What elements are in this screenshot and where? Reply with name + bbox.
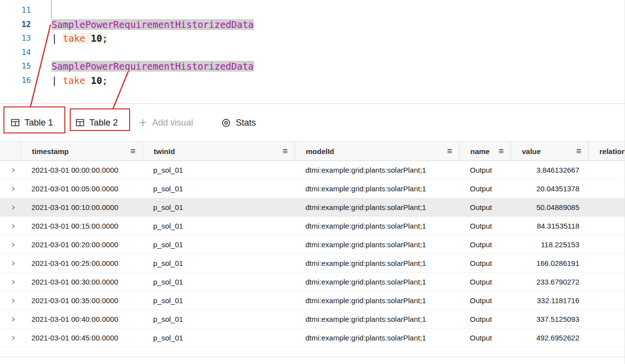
table-row[interactable]: 2021-03-01 00:25:00.0000 p_sol_01 dtmi:e…: [0, 254, 625, 273]
tab-table-1[interactable]: Table 1: [11, 118, 53, 128]
code-line-14: 14: [0, 46, 625, 60]
adx-query-results-pane: 11 12 SamplePowerRequirementHistorizedDa…: [0, 0, 625, 364]
row-expand-icon[interactable]: [9, 299, 14, 303]
cell-timestamp: 2021-03-01 00:45:00.0000: [21, 334, 142, 342]
cell-name: Output: [459, 296, 511, 305]
cell-model-id: dtmi:example:grid:plants:solarPlant;1: [295, 222, 459, 230]
cell-timestamp: 2021-03-01 00:40:00.0000: [21, 315, 142, 323]
row-expand-icon[interactable]: [9, 224, 14, 228]
cell-value: 50.04889085: [511, 203, 588, 211]
cell-value: 3.846132667: [511, 166, 588, 174]
table-row[interactable]: 2021-03-01 00:30:00.0000 p_sol_01 dtmi:e…: [0, 273, 625, 291]
row-expand-icon[interactable]: [9, 336, 14, 340]
cell-twin-id: p_sol_01: [142, 315, 295, 323]
column-menu-icon[interactable]: ≡: [576, 146, 581, 156]
cell-model-id: dtmi:example:grid:plants:solarPlant;1: [295, 259, 459, 267]
column-label: timestamp: [32, 147, 69, 156]
cell-value: 118.225153: [511, 240, 588, 249]
code-table-name: SamplePowerRequirementHistorizedData: [52, 61, 254, 72]
column-header-relation[interactable]: relation: [588, 142, 625, 160]
tab-label: Table 1: [25, 118, 53, 128]
cell-twin-id: p_sol_01: [142, 240, 295, 249]
cell-timestamp: 2021-03-01 00:05:00.0000: [21, 184, 142, 193]
cell-value: 492.6952622: [511, 334, 588, 342]
grid-header-row: timestamp ≡ twinId ≡ modelId ≡ name ≡ va…: [0, 141, 625, 161]
cell-twin-id: p_sol_01: [142, 278, 295, 286]
table-row[interactable]: 2021-03-01 00:15:00.0000 p_sol_01 dtmi:e…: [0, 217, 625, 235]
table-row[interactable]: 2021-03-01 00:00:00.0000 p_sol_01 dtmi:e…: [0, 161, 625, 180]
table-row-selected[interactable]: 2021-03-01 00:10:00.0000 p_sol_01 dtmi:e…: [0, 198, 625, 217]
header-expander-column: [0, 142, 21, 160]
column-menu-icon[interactable]: ≡: [447, 146, 452, 156]
code-line-11: 11: [0, 3, 625, 18]
cell-value: 84.31535118: [511, 222, 588, 230]
cell-timestamp: 2021-03-01 00:10:00.0000: [21, 203, 142, 211]
add-visual-button[interactable]: Add visual: [138, 118, 193, 128]
column-menu-icon[interactable]: ≡: [130, 146, 136, 156]
cell-name: Output: [459, 315, 511, 323]
cell-name: Output: [459, 166, 511, 174]
row-expand-icon[interactable]: [9, 206, 14, 209]
column-label: relation: [599, 147, 625, 156]
table-row[interactable]: 2021-03-01 00:05:00.0000 p_sol_01 dtmi:e…: [0, 180, 625, 198]
column-header-value[interactable]: value ≡: [511, 142, 588, 160]
table-row[interactable]: 2021-03-01 00:45:00.0000 p_sol_01 dtmi:e…: [0, 329, 625, 347]
line-number: 11: [0, 3, 31, 18]
table-row[interactable]: 2021-03-01 00:35:00.0000 p_sol_01 dtmi:e…: [0, 291, 625, 310]
code-table-name: SamplePowerRequirementHistorizedData: [52, 19, 254, 30]
code-semicolon: ;: [102, 33, 108, 44]
cell-value: 233.6790272: [511, 278, 588, 286]
cell-name: Output: [459, 259, 511, 267]
stats-icon: [221, 118, 231, 128]
line-number: 14: [0, 46, 31, 60]
cell-name: Output: [459, 240, 511, 249]
column-header-timestamp[interactable]: timestamp ≡: [21, 142, 142, 160]
cell-twin-id: p_sol_01: [142, 259, 295, 267]
cell-name: Output: [459, 334, 511, 342]
line-number: 16: [0, 74, 31, 88]
table-row[interactable]: 2021-03-01 00:20:00.0000 p_sol_01 dtmi:e…: [0, 235, 625, 254]
results-grid: timestamp ≡ twinId ≡ modelId ≡ name ≡ va…: [0, 141, 625, 347]
tab-stats[interactable]: Stats: [221, 118, 256, 128]
code-line-13: 13 | take 10;: [0, 31, 625, 46]
code-pipe: |: [52, 33, 63, 44]
cell-name: Output: [459, 203, 511, 211]
line-number-active: 12: [0, 18, 31, 32]
cell-timestamp: 2021-03-01 00:30:00.0000: [21, 278, 142, 286]
code-text: | take 10;: [52, 74, 108, 88]
cell-value: 332.1181716: [511, 296, 588, 305]
row-expand-icon[interactable]: [9, 261, 14, 265]
row-expand-icon[interactable]: [9, 243, 14, 247]
table-row[interactable]: 2021-03-01 00:40:00.0000 p_sol_01 dtmi:e…: [0, 310, 625, 329]
cell-twin-id: p_sol_01: [142, 222, 295, 230]
cell-timestamp: 2021-03-01 00:25:00.0000: [21, 259, 142, 267]
column-label: name: [470, 147, 489, 156]
column-header-name[interactable]: name ≡: [459, 142, 511, 160]
code-semicolon: ;: [102, 75, 108, 86]
code-number-literal: 10: [91, 75, 102, 86]
column-header-model-id[interactable]: modelId ≡: [295, 142, 459, 160]
code-number-literal: 10: [91, 33, 102, 44]
row-expand-icon[interactable]: [9, 317, 14, 321]
query-editor[interactable]: 11 12 SamplePowerRequirementHistorizedDa…: [0, 0, 625, 104]
tab-label: Table 2: [89, 118, 118, 128]
column-header-twin-id[interactable]: twinId ≡: [142, 142, 295, 160]
line-number: 13: [0, 31, 31, 46]
cell-twin-id: p_sol_01: [142, 334, 295, 342]
tab-table-2[interactable]: Table 2: [76, 118, 118, 128]
column-menu-icon[interactable]: ≡: [498, 146, 504, 156]
cell-model-id: dtmi:example:grid:plants:solarPlant;1: [295, 184, 459, 193]
row-expand-icon[interactable]: [9, 187, 14, 191]
code-text: | take 10;: [52, 31, 108, 46]
code-text: SamplePowerRequirementHistorizedData: [52, 18, 254, 32]
row-expand-icon[interactable]: [9, 280, 14, 284]
cell-name: Output: [459, 278, 511, 286]
row-expand-icon[interactable]: [9, 168, 14, 172]
cell-value: 166.0286191: [511, 259, 588, 267]
column-label: modelId: [306, 147, 334, 156]
cell-timestamp: 2021-03-01 00:35:00.0000: [21, 296, 142, 305]
cell-timestamp: 2021-03-01 00:00:00.0000: [21, 166, 142, 174]
column-menu-icon[interactable]: ≡: [282, 146, 288, 156]
code-text: SamplePowerRequirementHistorizedData: [52, 59, 254, 74]
cell-twin-id: p_sol_01: [142, 203, 295, 211]
